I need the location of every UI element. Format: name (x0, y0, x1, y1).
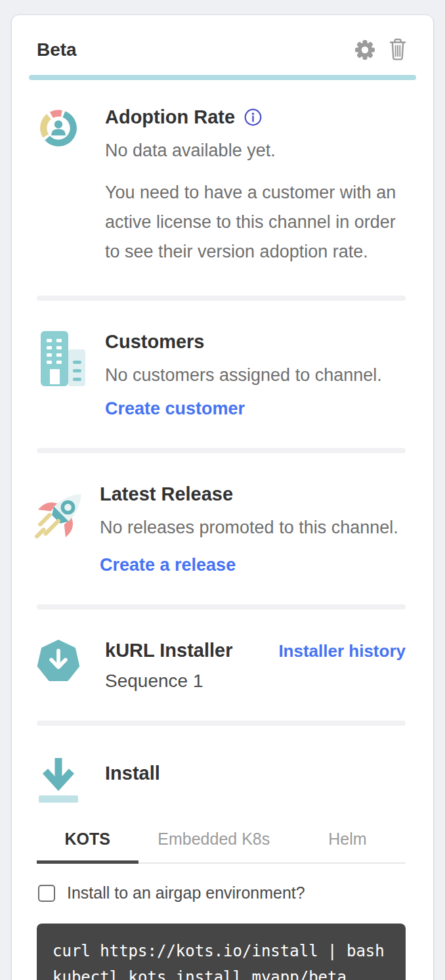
adoption-help-text: You need to have a customer with an acti… (105, 178, 406, 267)
command-line: kubectl kots install myapp/beta (53, 964, 390, 980)
customers-section: Customers No customers assigned to chann… (37, 301, 406, 448)
tab-kots[interactable]: KOTS (37, 830, 138, 864)
install-section: Install KOTS Embedded K8s Helm Install t… (37, 726, 406, 980)
section-divider (37, 604, 406, 610)
installer-history-link[interactable]: Installer history (278, 641, 406, 661)
settings-button[interactable] (353, 38, 377, 62)
adoption-empty-text: No data available yet. (105, 137, 406, 164)
command-line: curl https://kots.io/install | bash (53, 938, 390, 964)
section-divider (37, 296, 406, 301)
airgap-checkbox[interactable] (38, 885, 55, 902)
channel-card: Beta (11, 14, 434, 980)
channel-title: Beta (37, 39, 77, 60)
download-arrow-icon (37, 756, 83, 807)
trash-icon (387, 54, 408, 64)
section-divider (37, 721, 406, 726)
channel-accent-bar (29, 75, 416, 80)
gear-icon (353, 54, 377, 64)
section-divider (37, 448, 406, 453)
card-body: Adoption Rate No data available yet. You… (12, 80, 433, 980)
kurl-installer-section: kURL Installer Installer history Sequenc… (37, 610, 406, 721)
latest-release-section: Latest Release No releases promoted to t… (37, 453, 406, 604)
airgap-row: Install to an airgap environment? (38, 883, 404, 902)
adoption-donut-icon (37, 106, 83, 267)
customers-title: Customers (105, 331, 406, 353)
install-command-block: curl https://kots.io/install | bashkubec… (37, 924, 406, 980)
adoption-rate-section: Adoption Rate No data available yet. You… (37, 80, 406, 296)
release-empty-text: No releases promoted to this channel. (100, 514, 406, 541)
buildings-icon (37, 331, 83, 419)
install-tabs: KOTS Embedded K8s Helm (37, 830, 406, 864)
install-title: Install (105, 763, 406, 784)
rocket-icon (32, 483, 77, 575)
delete-button[interactable] (387, 37, 408, 62)
airgap-label: Install to an airgap environment? (67, 883, 305, 902)
kurl-badge-icon (37, 640, 83, 692)
installer-sequence: Sequence 1 (105, 671, 406, 692)
info-circle-icon[interactable] (244, 108, 262, 126)
tab-helm[interactable]: Helm (289, 830, 406, 864)
latest-release-title: Latest Release (100, 483, 406, 505)
header-actions (353, 37, 408, 62)
tab-embedded-k8s[interactable]: Embedded K8s (138, 830, 289, 864)
create-customer-link[interactable]: Create customer (105, 399, 245, 419)
customers-empty-text: No customers assigned to channel. (105, 362, 406, 388)
kurl-installer-title: kURL Installer (105, 640, 232, 661)
adoption-rate-title: Adoption Rate (105, 106, 235, 128)
create-release-link[interactable]: Create a release (100, 555, 236, 575)
card-header: Beta (12, 33, 433, 75)
